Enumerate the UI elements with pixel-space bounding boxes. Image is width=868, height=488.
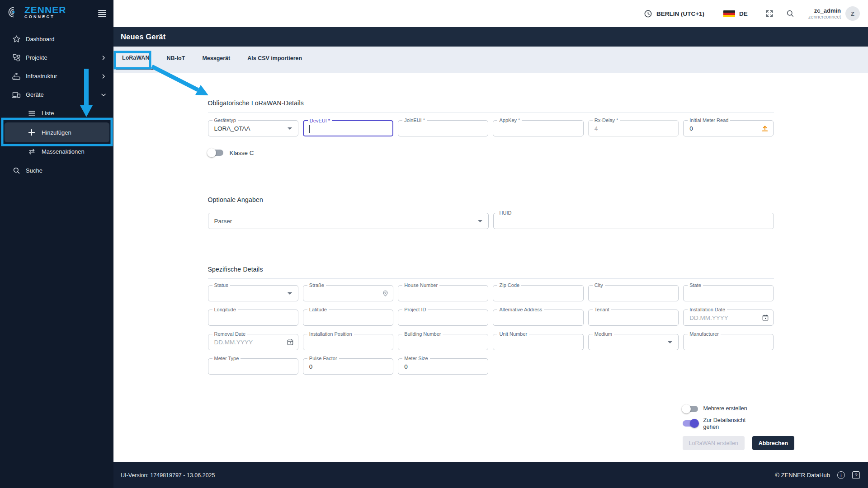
chevron-down-icon — [288, 292, 292, 295]
topbar: BERLIN (UTC+1) DE zc_admin zennerconnect… — [113, 0, 868, 27]
field-pulse-factor[interactable]: Pulse Factor 0 — [303, 358, 393, 375]
chevron-down-icon — [100, 91, 107, 99]
avatar[interactable]: Z — [845, 6, 860, 21]
section-title: Spezifische Details — [208, 266, 774, 273]
sidebar: ZENNER CONNECT Dashboard Projekte — [0, 0, 113, 488]
timezone-selector[interactable]: BERLIN (UTC+1) — [644, 9, 704, 18]
field-geraetetyp-select[interactable]: Gerätetyp LORA_OTAA — [208, 120, 298, 136]
field-strasse[interactable]: Straße — [303, 285, 393, 301]
sidebar-item-projekte[interactable]: Projekte — [0, 48, 113, 67]
sidebar-item-massenaktionen[interactable]: Massenaktionen — [0, 142, 113, 161]
field-initial-meter-read[interactable]: Initial Meter Read 0 — [683, 120, 774, 136]
main-area: BERLIN (UTC+1) DE zc_admin zennerconnect… — [113, 0, 868, 488]
language-flag-icon[interactable] — [723, 10, 735, 17]
field-meter-type[interactable]: Meter Type — [208, 358, 298, 375]
klasse-c-label: Klasse C — [230, 150, 254, 156]
field-house-number[interactable]: House Number — [398, 285, 488, 301]
field-project-id[interactable]: Project ID — [398, 310, 488, 326]
sidebar-item-dashboard[interactable]: Dashboard — [0, 30, 113, 48]
mehrere-erstellen-toggle[interactable] — [683, 404, 698, 413]
field-removal-date[interactable]: Removal Date DD.MM.YYYY — [208, 334, 298, 350]
field-manufacturer[interactable]: Manufacturer — [683, 334, 774, 350]
chevron-down-icon — [288, 127, 292, 130]
field-city[interactable]: City — [588, 285, 679, 301]
field-alternative-address[interactable]: Alternative Address — [493, 310, 583, 326]
section-specific: Spezifische Details Status Straße — [208, 266, 774, 375]
brand-logo: ZENNER CONNECT — [6, 5, 66, 19]
field-longitude[interactable]: Longitude — [208, 310, 298, 326]
plus-icon — [27, 128, 36, 137]
field-installation-date[interactable]: Installation Date DD.MM.YYYY — [683, 310, 774, 326]
field-state[interactable]: State — [683, 285, 774, 301]
tab-csv-import[interactable]: Als CSV importieren — [241, 47, 308, 70]
field-appkey[interactable]: AppKey * — [493, 120, 583, 136]
field-installation-position[interactable]: Installation Position — [303, 334, 393, 350]
chevron-down-icon — [478, 220, 482, 222]
help-icon[interactable]: ? — [852, 471, 860, 479]
projects-icon — [12, 53, 21, 62]
devices-icon — [12, 90, 21, 99]
field-rxdelay: Rx-Delay * 4 — [588, 120, 679, 136]
brand-sub: CONNECT — [24, 14, 66, 19]
menu-toggle-icon[interactable] — [98, 10, 106, 18]
field-meter-size[interactable]: Meter Size 0 — [398, 358, 488, 375]
section-optional: Optionale Angaben Parser HUID — [208, 196, 774, 229]
field-joineui[interactable]: JoinEUI * — [398, 120, 488, 136]
ui-version: UI-Version: 1749819797 - 13.06.2025 — [121, 472, 215, 479]
divider — [208, 209, 774, 209]
field-latitude[interactable]: Latitude — [303, 310, 393, 326]
section-title: Optionale Angaben — [208, 196, 774, 203]
field-status-select[interactable]: Status — [208, 285, 298, 301]
upload-icon[interactable] — [761, 124, 769, 132]
tab-nbiot[interactable]: NB-IoT — [160, 47, 191, 70]
field-unit-number[interactable]: Unit Number — [493, 334, 583, 350]
field-deveui[interactable]: DevEUI * — [303, 120, 393, 136]
sidebar-item-hinzufuegen[interactable]: Hinzufügen — [0, 122, 113, 142]
klasse-c-toggle[interactable] — [208, 148, 223, 157]
sidebar-item-infrastruktur[interactable]: Infrastruktur — [0, 67, 113, 85]
tabbar: LoRaWAN NB-IoT Messgerät Als CSV importi… — [113, 47, 868, 73]
search-icon[interactable] — [786, 9, 795, 18]
section-mandatory: Obligatorische LoRaWAN-Details Gerätetyp… — [208, 73, 774, 157]
field-huid[interactable]: HUID — [493, 213, 774, 229]
field-tenant[interactable]: Tenant — [588, 310, 679, 326]
sidebar-item-geraete[interactable]: Geräte — [0, 85, 113, 104]
field-parser-select[interactable]: Parser — [208, 213, 489, 229]
calendar-icon[interactable] — [762, 314, 769, 321]
tab-messgeraet[interactable]: Messgerät — [196, 47, 236, 70]
sidebar-nav: Dashboard Projekte Infrastruktur — [0, 30, 113, 180]
search-icon — [12, 166, 21, 175]
location-pin-icon[interactable] — [382, 290, 389, 297]
zur-detailansicht-toggle[interactable] — [683, 419, 698, 428]
list-icon — [27, 109, 36, 118]
form-content: Obligatorische LoRaWAN-Details Gerätetyp… — [113, 73, 868, 462]
sidebar-item-liste[interactable]: Liste — [0, 104, 113, 122]
page-header: Neues Gerät — [113, 27, 868, 47]
clock-icon — [644, 9, 652, 18]
language-label[interactable]: DE — [739, 10, 748, 17]
calendar-icon[interactable] — [287, 338, 294, 346]
text-cursor — [309, 125, 310, 133]
zur-detailansicht-label: Zur Detailansicht gehen — [703, 416, 753, 431]
info-icon[interactable]: i — [837, 471, 845, 479]
chevron-right-icon — [100, 73, 107, 80]
field-medium-select[interactable]: Medium — [588, 334, 679, 350]
user-menu[interactable]: zc_admin zennerconnect — [808, 7, 841, 20]
star-icon — [12, 35, 21, 44]
section-title: Obligatorische LoRaWAN-Details — [208, 99, 774, 107]
field-building-number[interactable]: Building Number — [398, 334, 488, 350]
page-title: Neues Gerät — [121, 33, 165, 41]
footer: UI-Version: 1749819797 - 13.06.2025 © ZE… — [113, 462, 868, 488]
mehrere-erstellen-label: Mehrere erstellen — [703, 404, 747, 412]
abbrechen-button[interactable]: Abbrechen — [752, 436, 794, 450]
chevron-right-icon — [100, 54, 107, 61]
field-zip-code[interactable]: Zip Code — [493, 285, 583, 301]
app-window: ZENNER CONNECT Dashboard Projekte — [0, 0, 868, 488]
form-actions: Mehrere erstellen Zur Detailansicht gehe… — [683, 404, 785, 450]
tab-lorawan[interactable]: LoRaWAN — [116, 47, 156, 70]
lorawan-erstellen-button[interactable]: LoRaWAN erstellen — [683, 436, 745, 450]
copyright: © ZENNER DataHub — [775, 472, 830, 479]
divider — [208, 112, 774, 113]
sidebar-item-suche[interactable]: Suche — [0, 161, 113, 180]
fullscreen-icon[interactable] — [765, 9, 774, 18]
